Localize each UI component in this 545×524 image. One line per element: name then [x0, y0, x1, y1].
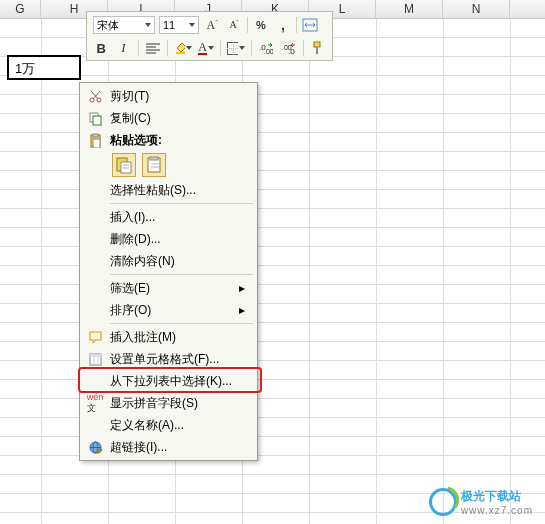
bold-button[interactable]: B: [93, 39, 109, 57]
comma-style-button[interactable]: ,: [274, 16, 292, 34]
chevron-down-icon: [145, 23, 151, 27]
format-icon: [84, 349, 106, 369]
font-name-value: 宋体: [97, 17, 119, 33]
fill-color-button[interactable]: [174, 39, 192, 57]
chevron-down-icon: [186, 46, 192, 50]
svg-rect-30: [150, 157, 158, 160]
grow-font-button[interactable]: Aˆ: [203, 16, 221, 34]
menu-cut-label: 剪切(T): [106, 88, 245, 105]
menu-phonetic[interactable]: wén文 显示拼音字段(S): [82, 392, 255, 414]
separator: [110, 323, 253, 324]
watermark: 极光下载站 www.xz7.com: [429, 488, 533, 516]
chevron-down-icon: [239, 46, 245, 50]
separator: [110, 203, 253, 204]
menu-delete-label: 删除(D)...: [106, 231, 245, 248]
svg-rect-24: [93, 139, 100, 148]
submenu-arrow-icon: ▸: [239, 281, 245, 295]
chevron-down-icon: [189, 23, 195, 27]
copy-icon: [84, 108, 106, 128]
shrink-font-button[interactable]: Aˇ: [225, 16, 243, 34]
svg-text:.0: .0: [288, 47, 295, 54]
svg-rect-14: [314, 42, 320, 47]
paste-option-icons: [82, 151, 255, 179]
percent-style-button[interactable]: %: [252, 16, 270, 34]
format-painter-button[interactable]: [310, 39, 326, 57]
borders-button[interactable]: [227, 39, 245, 57]
watermark-url: www.xz7.com: [461, 505, 533, 516]
decrease-decimal-icon: .00.0: [282, 42, 296, 54]
context-menu: 剪切(T) 复制(C) 粘贴选项: 选择性粘贴(S)... 插入(I)... 删…: [79, 82, 258, 461]
menu-filter[interactable]: 筛选(E) ▸: [82, 277, 255, 299]
svg-rect-6: [176, 52, 185, 54]
menu-define-name[interactable]: 定义名称(A)...: [82, 414, 255, 436]
watermark-brand: 极光下载站: [461, 488, 533, 505]
menu-phonetic-label: 显示拼音字段(S): [106, 395, 245, 412]
svg-rect-21: [93, 116, 101, 125]
menu-hyperlink[interactable]: 超链接(I)...: [82, 436, 255, 458]
clipboard-icon: [84, 130, 106, 150]
menu-copy-label: 复制(C): [106, 110, 245, 127]
mini-toolbar: 宋体 11 Aˆ Aˇ % , B I A: [86, 11, 333, 61]
svg-rect-35: [90, 354, 101, 357]
menu-format-cells[interactable]: 设置单元格格式(F)...: [82, 348, 255, 370]
merge-center-button[interactable]: [301, 16, 319, 34]
menu-insert-comment[interactable]: 插入批注(M): [82, 326, 255, 348]
menu-paste-special-label: 选择性粘贴(S)...: [106, 182, 245, 199]
colh-m[interactable]: M: [376, 0, 443, 18]
phonetic-icon: wén文: [84, 393, 106, 413]
increase-decimal-button[interactable]: .0.00: [258, 39, 274, 57]
menu-delete[interactable]: 删除(D)...: [82, 228, 255, 250]
selected-cell[interactable]: 1万: [7, 55, 81, 80]
hyperlink-icon: [84, 437, 106, 457]
watermark-logo-icon: [429, 488, 457, 516]
increase-decimal-icon: .0.00: [259, 42, 273, 54]
colh-n[interactable]: N: [443, 0, 510, 18]
menu-dropdown-pick-label: 从下拉列表中选择(K)...: [106, 373, 245, 390]
menu-insert[interactable]: 插入(I)...: [82, 206, 255, 228]
font-size-value: 11: [163, 17, 175, 33]
borders-icon: [227, 42, 238, 55]
font-name-combo[interactable]: 宋体: [93, 16, 155, 34]
italic-button[interactable]: I: [115, 39, 131, 57]
svg-rect-15: [316, 47, 318, 54]
decrease-decimal-button[interactable]: .00.0: [280, 39, 296, 57]
menu-filter-label: 筛选(E): [106, 280, 239, 297]
paste-option-1[interactable]: [112, 153, 136, 177]
merge-cells-icon: [302, 18, 318, 32]
menu-insert-label: 插入(I)...: [106, 209, 245, 226]
menu-format-cells-label: 设置单元格格式(F)...: [106, 351, 245, 368]
paintbrush-icon: [311, 41, 325, 55]
menu-paste-options-label: 粘贴选项:: [106, 132, 245, 149]
paste-option-2[interactable]: [142, 153, 166, 177]
menu-dropdown-pick[interactable]: 从下拉列表中选择(K)...: [82, 370, 255, 392]
menu-copy[interactable]: 复制(C): [82, 107, 255, 129]
menu-paste-options: 粘贴选项:: [82, 129, 255, 151]
menu-hyperlink-label: 超链接(I)...: [106, 439, 245, 456]
scissors-icon: [84, 86, 106, 106]
colh-g[interactable]: G: [0, 0, 41, 18]
bucket-icon: [174, 41, 185, 55]
menu-sort[interactable]: 排序(O) ▸: [82, 299, 255, 321]
chevron-down-icon: [208, 46, 214, 50]
align-icon: [146, 42, 160, 54]
menu-sort-label: 排序(O): [106, 302, 239, 319]
svg-rect-23: [93, 134, 98, 137]
comment-icon: [84, 327, 106, 347]
submenu-arrow-icon: ▸: [239, 303, 245, 317]
svg-rect-33: [90, 332, 101, 340]
menu-cut[interactable]: 剪切(T): [82, 85, 255, 107]
menu-insert-comment-label: 插入批注(M): [106, 329, 245, 346]
menu-clear[interactable]: 清除内容(N): [82, 250, 255, 272]
menu-clear-label: 清除内容(N): [106, 253, 245, 270]
menu-paste-special[interactable]: 选择性粘贴(S)...: [82, 179, 255, 201]
menu-define-name-label: 定义名称(A)...: [106, 417, 245, 434]
align-toggle-button[interactable]: [145, 39, 161, 57]
separator: [110, 274, 253, 275]
font-size-combo[interactable]: 11: [159, 16, 199, 34]
svg-text:.00: .00: [264, 48, 273, 54]
font-color-button[interactable]: A: [198, 39, 214, 57]
